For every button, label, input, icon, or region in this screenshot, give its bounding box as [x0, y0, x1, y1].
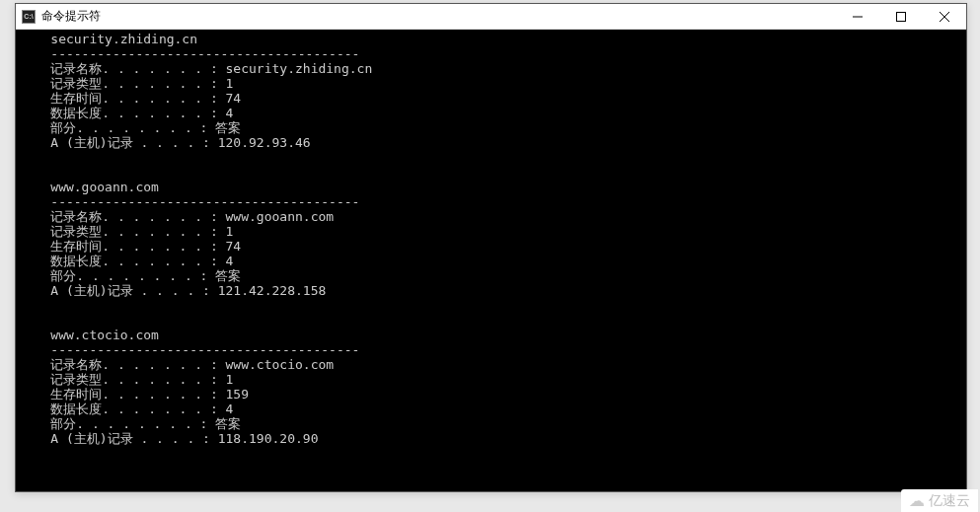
watermark: ☁ 亿速云 — [901, 489, 978, 512]
command-prompt-window: C:\ 命令提示符 security.zhiding.cn ----------… — [15, 3, 967, 492]
maximize-button[interactable] — [879, 4, 923, 29]
terminal-output[interactable]: security.zhiding.cn --------------------… — [16, 30, 966, 491]
close-icon — [940, 12, 949, 22]
maximize-icon — [896, 12, 906, 22]
cloud-icon: ☁ — [909, 491, 925, 510]
watermark-text: 亿速云 — [929, 492, 970, 510]
window-controls — [836, 4, 966, 29]
titlebar[interactable]: C:\ 命令提示符 — [16, 4, 966, 30]
minimize-button[interactable] — [836, 4, 879, 29]
minimize-icon — [853, 12, 863, 22]
close-button[interactable] — [923, 4, 966, 29]
window-title: 命令提示符 — [41, 8, 836, 25]
svg-rect-1 — [897, 12, 906, 21]
cmd-icon: C:\ — [22, 10, 36, 24]
